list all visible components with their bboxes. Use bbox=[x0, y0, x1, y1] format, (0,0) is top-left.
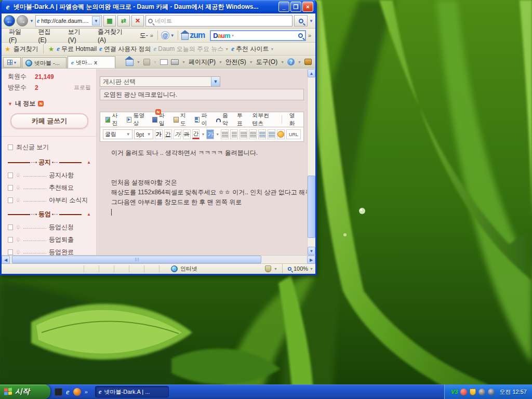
font-color-button[interactable]: 간 bbox=[192, 129, 200, 139]
section-title[interactable]: 공지 bbox=[38, 158, 51, 167]
compatibility-view-button[interactable]: ▦ bbox=[103, 15, 116, 26]
attach-label[interactable]: 지도 bbox=[180, 112, 189, 127]
read-mail-icon[interactable] bbox=[160, 59, 168, 65]
address-bar[interactable]: e http://cafe.daum.... ▼ bbox=[35, 15, 102, 26]
profile-link[interactable]: 프로필 bbox=[74, 84, 91, 91]
menu-edit[interactable]: 편집(E) bbox=[34, 26, 63, 45]
board-label[interactable]: 야부리 소식지 bbox=[49, 196, 88, 205]
latest-posts-label[interactable]: 최신글 보기 bbox=[16, 143, 49, 152]
page-menu[interactable]: 페이지(P) bbox=[189, 58, 216, 66]
print-icon[interactable] bbox=[171, 59, 179, 65]
safety-menu[interactable]: 안전(S) bbox=[225, 58, 246, 66]
quick-launch-ie-icon[interactable]: e bbox=[66, 388, 70, 396]
addon-at-icon[interactable]: @ bbox=[161, 31, 169, 39]
board-label[interactable]: 등업신청 bbox=[49, 223, 74, 232]
back-button[interactable]: ← bbox=[4, 15, 15, 26]
search-options-dropdown-icon[interactable]: ▼ bbox=[309, 19, 313, 23]
attach-label[interactable]: 사진 bbox=[112, 112, 120, 127]
section-header-levelup[interactable]: ··• 등업 •·· ▲ bbox=[8, 210, 91, 219]
scroll-left-button[interactable]: ◀ bbox=[2, 256, 10, 264]
stop-button[interactable]: ✕ bbox=[131, 15, 144, 26]
bold-button[interactable]: 가 bbox=[155, 129, 163, 139]
my-info-row[interactable]: ▼ 내 정보 N bbox=[8, 99, 91, 108]
fav-item-custom-links[interactable]: e 연결 사용자 정의 bbox=[99, 45, 151, 54]
fav-item-label[interactable]: 추천 사이트 bbox=[236, 45, 269, 54]
fav-item-label[interactable]: 연결 사용자 정의 bbox=[104, 45, 151, 54]
board-link[interactable]: ♧ 등업신청 bbox=[8, 223, 91, 232]
fav-dropdown-icon[interactable]: ▼ bbox=[225, 47, 229, 51]
tab-close-icon[interactable]: x bbox=[94, 59, 97, 65]
align-justify-button[interactable] bbox=[249, 129, 257, 139]
zoom-control[interactable]: 100% ▼ bbox=[287, 265, 313, 272]
forward-button[interactable]: → bbox=[17, 15, 28, 26]
zoom-value[interactable]: 100% bbox=[294, 265, 308, 272]
board-link[interactable]: ♧ 등업퇴출 bbox=[8, 235, 91, 244]
latest-posts-link[interactable]: 최신글 보기 bbox=[8, 143, 91, 152]
cafe-write-button[interactable]: 카페 글쓰기 bbox=[10, 113, 88, 129]
attach-label[interactable]: 동영상 bbox=[133, 112, 146, 127]
attach-label[interactable]: 영화 bbox=[289, 112, 298, 127]
smartscreen-dropdown-icon[interactable]: ▼ bbox=[274, 267, 277, 271]
font-size-select[interactable]: 9pt ▼ bbox=[134, 129, 153, 139]
search-placeholder[interactable]: 네이트 bbox=[155, 17, 172, 25]
safety-dropdown-icon[interactable]: ▼ bbox=[249, 60, 253, 64]
address-text[interactable]: http://cafe.daum.... bbox=[41, 18, 90, 24]
taskbar-task-button[interactable]: e 넷마블-Dark.A | ... bbox=[95, 386, 169, 397]
daum-search-icon[interactable] bbox=[298, 33, 303, 38]
tools-menu[interactable]: 도구(O) bbox=[256, 58, 277, 66]
help-dropdown-icon[interactable]: ▼ bbox=[298, 60, 301, 64]
indent-button[interactable] bbox=[258, 129, 266, 139]
attach-vote-button[interactable]: 투표 bbox=[235, 112, 248, 127]
attach-label[interactable]: 파이 bbox=[201, 112, 209, 127]
tab-label[interactable]: 넷마블 -... bbox=[34, 59, 60, 67]
daum-search-dropdown-icon[interactable]: ▼ bbox=[231, 34, 234, 37]
post-body-editor[interactable]: 이거 올려도 되나 .. 생각하면서 ㅋㅋㅋㅋ 올려봅니다. 먼처음 설정해야할… bbox=[100, 142, 304, 223]
attach-movie-button[interactable]: 영화 bbox=[287, 112, 300, 127]
tab-label[interactable]: 넷마... bbox=[76, 59, 92, 66]
start-label[interactable]: 시작 bbox=[15, 387, 30, 396]
italic-button[interactable]: 가 bbox=[172, 129, 182, 139]
collapse-icon[interactable]: ▲ bbox=[87, 212, 91, 217]
attach-label[interactable]: 음악 bbox=[222, 112, 231, 127]
rss-icon[interactable] bbox=[143, 59, 150, 65]
vertical-scrollbar[interactable]: ▲ ▼ bbox=[307, 69, 315, 255]
maximize-button[interactable]: ❐ bbox=[290, 2, 301, 12]
scroll-down-button[interactable]: ▼ bbox=[308, 247, 315, 255]
tools-dropdown-icon[interactable]: ▼ bbox=[281, 60, 284, 64]
fav-item-daum-news[interactable]: e Daum 오늘의 주요 뉴스 ▼ bbox=[154, 45, 229, 54]
fav-item-recommended[interactable]: e 추천 사이트 ▼ bbox=[231, 45, 274, 54]
print-dropdown-icon[interactable]: ▼ bbox=[182, 60, 185, 64]
minimize-button[interactable]: _ bbox=[278, 2, 289, 12]
underline-button[interactable]: 간 bbox=[164, 129, 172, 139]
board-label[interactable]: 공지사항 bbox=[49, 171, 74, 180]
history-dropdown-icon[interactable]: ▼ bbox=[30, 19, 34, 23]
board-link[interactable]: ♧ 등업완료 bbox=[8, 248, 91, 255]
outdent-button[interactable] bbox=[268, 129, 275, 139]
board-label[interactable]: 등업완료 bbox=[49, 248, 74, 255]
align-right-button[interactable] bbox=[240, 129, 247, 139]
title-bar[interactable]: e 넷마블-Dark.A | 파엘승퀘 눈의여왕 매크로 - Daum 카페 -… bbox=[2, 0, 315, 14]
tab-active[interactable]: e 넷마... x bbox=[68, 56, 115, 68]
refresh-button[interactable]: ⇄ bbox=[117, 15, 130, 26]
messenger-icon[interactable] bbox=[460, 389, 467, 395]
home-icon[interactable] bbox=[126, 59, 134, 66]
zum-home-icon[interactable] bbox=[181, 33, 189, 40]
search-go-button[interactable] bbox=[294, 15, 308, 26]
addon-dropdown-icon[interactable]: ▼ bbox=[170, 33, 175, 38]
highlight-color-button[interactable]: 가 bbox=[206, 129, 214, 139]
attach-external-button[interactable]: 외부컨텐츠 bbox=[250, 112, 276, 127]
attach-label[interactable]: 투표 bbox=[237, 112, 246, 127]
font-color-dropdown-icon[interactable]: ▼ bbox=[201, 132, 205, 136]
add-favorite-icon[interactable]: ★ bbox=[48, 45, 55, 53]
search-box[interactable]: 네이트 bbox=[145, 15, 292, 26]
taskbar-clock[interactable]: 오전 12:57 bbox=[499, 388, 527, 396]
menu-file[interactable]: 파일(F) bbox=[5, 26, 33, 45]
my-info-label[interactable]: 내 정보 bbox=[15, 99, 35, 108]
fav-item-label[interactable]: 무료 Hotmail bbox=[61, 45, 97, 54]
fav-dropdown-icon[interactable]: ▼ bbox=[270, 47, 274, 51]
start-button[interactable]: 시작 bbox=[0, 384, 50, 399]
home-dropdown-icon[interactable]: ▼ bbox=[137, 60, 140, 64]
scroll-track[interactable] bbox=[308, 77, 315, 247]
daum-search-box[interactable]: Daum ▼ bbox=[210, 30, 306, 41]
zum-logo[interactable]: zum bbox=[190, 31, 205, 40]
